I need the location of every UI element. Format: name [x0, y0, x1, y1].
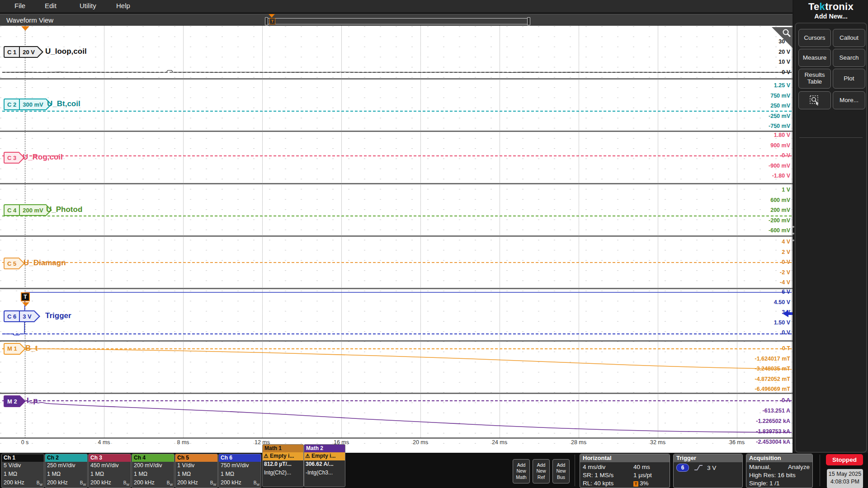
scale-label: -4.872052 mT: [755, 376, 790, 382]
menu-edit[interactable]: Edit: [45, 2, 57, 9]
bottom-channel-setting: 450 mV/div: [89, 462, 131, 470]
bandwidth-icon: BW: [167, 480, 173, 486]
record-view-bar[interactable]: [268, 18, 527, 24]
acquisition-resolution: High Res: 16 bits: [749, 472, 796, 479]
bandwidth-icon: BW: [37, 480, 42, 486]
zero-marker-m2: [2, 400, 792, 401]
menu-help[interactable]: Help: [116, 2, 130, 9]
slice-separator: [0, 235, 793, 237]
gridline-t0: [25, 26, 25, 438]
bottom-channel-name: Ch 5: [175, 454, 217, 462]
search-button[interactable]: Search: [833, 49, 865, 67]
scale-label: -2.453004 kA: [756, 439, 790, 445]
bottom-channel-setting: 200 kHzBW: [45, 479, 87, 488]
record-view-right-cap: [527, 17, 530, 25]
bottom-channel-badge-2[interactable]: Ch 2250 mV/div1 MΩ200 kHzBW: [45, 454, 88, 488]
time-axis-label: 20 ms: [413, 439, 428, 446]
acquisition-title: Acquisition: [746, 454, 812, 462]
gridline: [183, 26, 184, 438]
acquisition-mode: Manual,: [749, 464, 771, 470]
more-button[interactable]: More...: [833, 91, 865, 109]
gridline: [737, 26, 737, 438]
channel-badge-m1[interactable]: M 1: [4, 343, 26, 355]
results-table-button[interactable]: Results Table: [798, 69, 831, 89]
bottom-divider: [820, 455, 820, 486]
channel-label-u_diamagn[interactable]: U_Diamagn: [24, 258, 66, 267]
bottom-channel-badge-6[interactable]: Ch 6750 mV/div1 MΩ200 kHzBW: [218, 454, 261, 488]
bandwidth-icon: BW: [123, 480, 129, 486]
channel-badge-c3[interactable]: C 3: [4, 152, 25, 164]
menu-file[interactable]: File: [14, 2, 25, 9]
menu-utility[interactable]: Utility: [80, 2, 96, 9]
bottom-channel-setting: 200 kHzBW: [219, 479, 261, 488]
time-axis-label: 28 ms: [571, 439, 586, 446]
bottom-channel-setting: 1 MΩ: [132, 470, 174, 479]
bottom-channel-badge-1[interactable]: Ch 15 V/div1 MΩ200 kHzBW: [1, 454, 44, 488]
callout-button[interactable]: Callout: [833, 29, 865, 47]
bottom-channel-badge-3[interactable]: Ch 3450 mV/div1 MΩ200 kHzBW: [88, 454, 131, 488]
channel-label-u_photod[interactable]: U_Photod: [46, 205, 82, 214]
bottom-channel-setting: 200 kHzBW: [2, 479, 44, 488]
scale-label: 2 V: [782, 249, 790, 255]
zoom-corner-button[interactable]: [772, 27, 793, 48]
channel-badge-m2[interactable]: M 2: [4, 395, 26, 407]
cursors-button[interactable]: Cursors: [798, 29, 831, 47]
channel-label-u_rog,coil[interactable]: U_Rog,coil: [23, 153, 63, 162]
channel-badge-c6[interactable]: C 63 V: [4, 310, 40, 322]
scale-label: -600 mV: [769, 227, 790, 234]
zero-marker-c1: [2, 72, 792, 73]
zero-marker-c4: [2, 216, 792, 216]
bottom-channel-setting: 1 V/div: [175, 462, 217, 470]
trigger-position-marker-icon[interactable]: [21, 26, 29, 31]
channel-label-u_loop,coil[interactable]: U_loop,coil: [45, 47, 87, 56]
time-axis-label: 24 ms: [492, 439, 507, 446]
add-new-math-button[interactable]: AddNewMath: [513, 459, 530, 483]
zoom-select-button[interactable]: [798, 91, 831, 109]
measure-button[interactable]: Measure: [798, 49, 831, 67]
channel-badge-c1[interactable]: C 120 V: [4, 46, 43, 58]
channel-badge-scale: 200 mV: [19, 205, 46, 215]
run-stop-button[interactable]: Stopped: [826, 454, 863, 465]
acquisition-panel[interactable]: Acquisition Manual,Analyze High Res: 16 …: [746, 454, 813, 488]
time-text: 4:08:03 PM: [827, 478, 863, 486]
bandwidth-icon: BW: [254, 480, 259, 486]
scale-label: -3.248035 mT: [755, 366, 790, 372]
bottom-channel-badge-4[interactable]: Ch 4200 mV/div1 MΩ200 kHzBW: [132, 454, 175, 488]
channel-badge-c4[interactable]: C 4200 mV: [4, 204, 52, 216]
scale-label: 750 mV: [770, 93, 790, 99]
horizontal-panel[interactable]: Horizontal 4 ms/div40 ms SR: 1 MS/s1 µs/…: [580, 454, 670, 488]
bandwidth-icon: BW: [210, 480, 216, 486]
trigger-panel[interactable]: Trigger 6 3 V: [673, 454, 743, 488]
bottom-channel-setting: 1 MΩ: [45, 470, 87, 479]
channel-badge-id: C 3: [5, 153, 19, 163]
trigger-t-marker[interactable]: T: [21, 292, 30, 301]
record-trigger-position-icon[interactable]: [269, 14, 275, 18]
splitter-grip-icon[interactable]: [792, 226, 795, 241]
math-badge-2[interactable]: Math 2⚠ Empty i...306.62 A/...-Intg(Ch3.…: [304, 444, 345, 487]
plot-button[interactable]: Plot: [833, 69, 865, 89]
graticule[interactable]: [0, 26, 793, 453]
channel-badge-id: C 1: [5, 47, 19, 57]
scale-label: 1 V: [782, 187, 790, 193]
channel-label-trigger[interactable]: Trigger: [45, 311, 71, 320]
record-trigger-t-icon[interactable]: T: [269, 18, 275, 24]
scale-label: -200 mV: [769, 217, 790, 224]
channel-badge-c5[interactable]: C 5: [4, 258, 25, 269]
horizontal-window: 40 ms: [633, 464, 650, 470]
add-new-ref-button[interactable]: AddNewRef: [533, 459, 550, 483]
time-axis-label: 4 ms: [98, 439, 110, 446]
bottom-channel-badge-5[interactable]: Ch 51 V/div1 MΩ200 kHzBW: [175, 454, 218, 488]
channel-label-b_t[interactable]: B_t: [25, 344, 38, 353]
channel-label-u_bt,coil[interactable]: U_Bt,coil: [47, 99, 80, 108]
math-badge-name: Math 1: [263, 445, 303, 452]
channel-badge-c2[interactable]: C 2300 mV: [4, 99, 52, 110]
horizontal-scale: 4 ms/div: [583, 464, 633, 470]
bottom-channel-setting: 200 mV/div: [132, 462, 174, 470]
horizontal-trigger-position: 3%: [640, 480, 649, 487]
channel-label-i_p[interactable]: I_p: [27, 396, 38, 405]
channel-badge-scale: 3 V: [19, 311, 34, 321]
math-badge-1[interactable]: Math 1⚠ Empty i...812.0 µT/...Intg(Ch2).…: [262, 444, 304, 487]
scale-label: 0 V: [782, 259, 790, 265]
bottom-channel-name: Ch 1: [2, 454, 44, 462]
add-new-bus-button[interactable]: AddNewBus: [552, 459, 570, 483]
